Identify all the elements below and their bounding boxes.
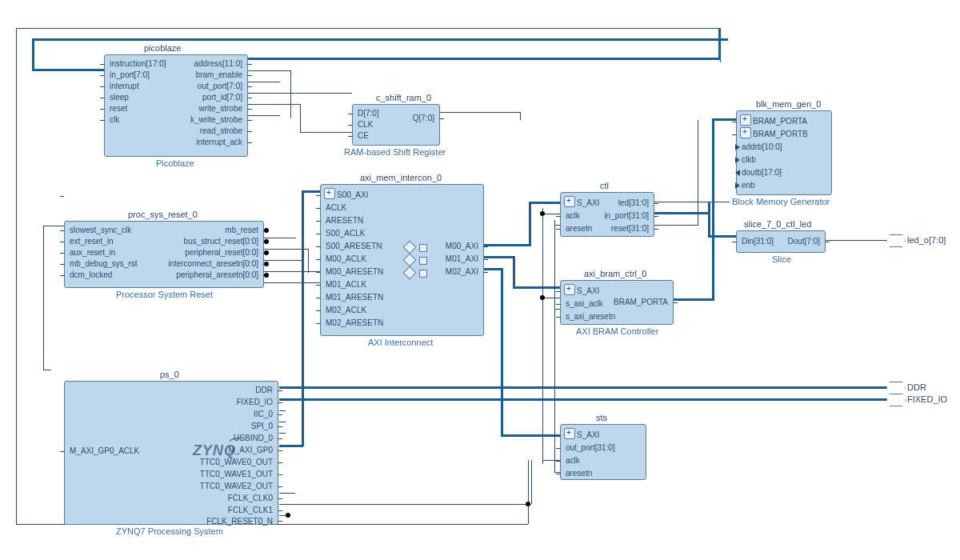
port-s00-aclk[interactable]: S00_ACLK xyxy=(326,228,365,239)
port-D[interactable]: D[7:0] xyxy=(358,108,379,119)
port-dout[interactable]: Dout[7:0] xyxy=(787,236,820,247)
port-s00-aresetn[interactable]: S00_ARESETN xyxy=(326,241,382,252)
port-fclk-clk0[interactable]: FCLK_CLK0 xyxy=(228,493,273,504)
port-clkb[interactable]: clkb xyxy=(742,154,756,166)
expand-icon[interactable] xyxy=(740,114,751,126)
ps-block[interactable]: M_AXI_GP0_ACLK ZYNQ DDR FIXED_IO IIC_0 S… xyxy=(64,381,278,525)
port-CLK[interactable]: CLK xyxy=(358,119,373,130)
shift-ram-instance-label: c_shift_ram_0 xyxy=(376,93,431,102)
port-spi[interactable]: SPI_0 xyxy=(251,421,273,432)
port-s-axi[interactable]: S_AXI xyxy=(577,198,599,209)
port-in_port[interactable]: in_port[31:0] xyxy=(604,210,649,222)
port-Q[interactable]: Q[7:0] xyxy=(413,113,434,124)
port-m02-aclk[interactable]: M02_ACLK xyxy=(326,305,366,316)
port-slowest_sync_clk[interactable]: slowest_sync_clk xyxy=(70,225,131,236)
port-aresetn[interactable]: ARESETN xyxy=(326,215,363,226)
output-pad-ddr[interactable] xyxy=(886,382,906,394)
port-aresetn[interactable]: aresetn xyxy=(566,223,592,234)
port-ext_reset_in[interactable]: ext_reset_in xyxy=(70,236,113,247)
port-enb[interactable]: enb xyxy=(742,180,755,191)
expand-icon[interactable] xyxy=(740,127,751,138)
port-s00-axi[interactable]: S00_AXI xyxy=(337,190,368,201)
port-dcm_locked[interactable]: dcm_locked xyxy=(70,270,112,281)
port-sleep[interactable]: sleep xyxy=(110,92,129,103)
crossbar-icon xyxy=(403,266,417,280)
block-design-canvas[interactable]: picoblaze instruction[17:0] in_port[7:0]… xyxy=(0,0,960,560)
port-addrb[interactable]: addrb[10:0] xyxy=(742,142,782,153)
proc-sys-reset-block[interactable]: slowest_sync_clk ext_reset_in aux_reset_… xyxy=(64,221,264,288)
port-ttc0-wave1[interactable]: TTC0_WAVE1_OUT xyxy=(200,469,273,480)
port-out_port[interactable]: out_port[31:0] xyxy=(566,442,615,454)
port-s-axi[interactable]: S_AXI xyxy=(577,430,599,441)
picoblaze-type-label: Picoblaze xyxy=(156,158,194,168)
port-m01-axi[interactable]: M01_AXI xyxy=(446,254,478,265)
ctl-block[interactable]: S_AXI aclk aresetn led[31:0] in_port[31:… xyxy=(560,192,654,237)
blk-mem-block[interactable]: BRAM_PORTA BRAM_PORTB addrb[10:0] clkb d… xyxy=(736,110,832,195)
port-bram-portb[interactable]: BRAM_PORTB xyxy=(753,129,808,140)
port-m-axi-gp0[interactable]: M_AXI_GP0 xyxy=(228,445,273,456)
port-port_id[interactable]: port_id[7:0] xyxy=(202,92,242,103)
port-aclk[interactable]: aclk xyxy=(566,210,580,222)
port-peripheral_aresetn[interactable]: peripheral_aresetn[0:0] xyxy=(176,270,258,281)
port-bram_enable[interactable]: bram_enable xyxy=(196,70,242,81)
port-led[interactable]: led[31:0] xyxy=(618,198,649,209)
port-interrupt_ack[interactable]: interrupt_ack xyxy=(196,137,242,148)
port-k_write_strobe[interactable]: k_write_strobe xyxy=(190,114,242,126)
output-pad-fixed-io[interactable] xyxy=(886,394,906,406)
port-clk[interactable]: clk xyxy=(110,114,119,126)
port-aclk[interactable]: aclk xyxy=(566,455,580,466)
port-bram-porta[interactable]: BRAM_PORTA xyxy=(753,116,807,127)
port-m00-axi[interactable]: M00_AXI xyxy=(446,241,478,252)
port-ttc0-wave0[interactable]: TTC0_WAVE0_OUT xyxy=(200,457,273,468)
port-bus_struct_reset[interactable]: bus_struct_reset[0:0] xyxy=(184,236,258,247)
port-CE[interactable]: CE xyxy=(358,130,369,142)
axi-bram-ctrl-block[interactable]: S_AXI s_axi_aclk s_axi_aresetn BRAM_PORT… xyxy=(560,280,674,325)
port-m02-aresetn[interactable]: M02_ARESETN xyxy=(326,318,383,329)
port-ddr[interactable]: DDR xyxy=(255,385,273,396)
port-interconnect_aresetn[interactable]: interconnect_aresetn[0:0] xyxy=(168,258,258,270)
port-read_strobe[interactable]: read_strobe xyxy=(200,126,242,137)
expand-icon[interactable] xyxy=(324,188,335,199)
port-s-axi-aclk[interactable]: s_axi_aclk xyxy=(566,298,603,310)
port-reset[interactable]: reset[31:0] xyxy=(611,223,649,234)
port-m02-axi[interactable]: M02_AXI xyxy=(446,266,478,278)
port-din[interactable]: Din[31:0] xyxy=(742,236,774,247)
port-s-axi-aresetn[interactable]: s_axi_aresetn xyxy=(566,311,615,322)
port-iic[interactable]: IIC_0 xyxy=(254,409,273,420)
port-m01-aclk[interactable]: M01_ACLK xyxy=(326,279,366,290)
sts-block[interactable]: S_AXI out_port[31:0] aclk aresetn xyxy=(560,424,646,480)
port-fclk-clk1[interactable]: FCLK_CLK1 xyxy=(228,505,273,516)
port-bram-porta[interactable]: BRAM_PORTA xyxy=(614,297,668,308)
port-reset[interactable]: reset xyxy=(110,103,127,114)
port-usbind[interactable]: USBIND_0 xyxy=(234,433,273,444)
port-mb_reset[interactable]: mb_reset xyxy=(225,225,258,236)
port-out_port[interactable]: out_port[7:0] xyxy=(198,81,242,92)
shift-ram-block[interactable]: D[7:0] CLK CE Q[7:0] xyxy=(352,104,440,146)
port-mb_debug_sys_rst[interactable]: mb_debug_sys_rst xyxy=(70,258,138,270)
picoblaze-block[interactable]: instruction[17:0] in_port[7:0] interrupt… xyxy=(104,54,248,157)
port-m00-aresetn[interactable]: M00_ARESETN xyxy=(326,266,383,278)
port-write_strobe[interactable]: write_strobe xyxy=(199,103,242,114)
port-aclk[interactable]: ACLK xyxy=(326,202,346,214)
port-m-axi-gp0-aclk[interactable]: M_AXI_GP0_ACLK xyxy=(70,446,139,457)
port-m00-aclk[interactable]: M00_ACLK xyxy=(326,254,366,265)
expand-icon[interactable] xyxy=(564,284,575,295)
port-address[interactable]: address[11:0] xyxy=(194,58,242,70)
port-fclk-reset0[interactable]: FCLK_RESET0_N xyxy=(206,516,273,527)
port-aresetn[interactable]: aresetn xyxy=(566,468,592,479)
axi-intercon-block[interactable]: S00_AXI ACLK ARESETN S00_ACLK S00_ARESET… xyxy=(320,184,484,336)
port-m01-aresetn[interactable]: M01_ARESETN xyxy=(326,292,383,303)
port-s-axi[interactable]: S_AXI xyxy=(577,286,599,297)
slice-block[interactable]: Din[31:0] Dout[7:0] xyxy=(736,230,826,253)
port-fixed-io[interactable]: FIXED_IO xyxy=(236,397,273,408)
port-aux_reset_in[interactable]: aux_reset_in xyxy=(70,247,115,258)
port-peripheral_reset[interactable]: peripheral_reset[0:0] xyxy=(185,247,258,258)
port-doutb[interactable]: doutb[17:0] xyxy=(742,167,782,178)
output-pad-led[interactable] xyxy=(886,234,906,247)
port-ttc0-wave2[interactable]: TTC0_WAVE2_OUT xyxy=(200,481,273,492)
expand-icon[interactable] xyxy=(564,428,575,439)
port-in_port[interactable]: in_port[7:0] xyxy=(110,70,150,81)
port-interrupt[interactable]: interrupt xyxy=(110,81,139,92)
port-instruction[interactable]: instruction[17:0] xyxy=(110,58,166,70)
expand-icon[interactable] xyxy=(564,196,575,207)
